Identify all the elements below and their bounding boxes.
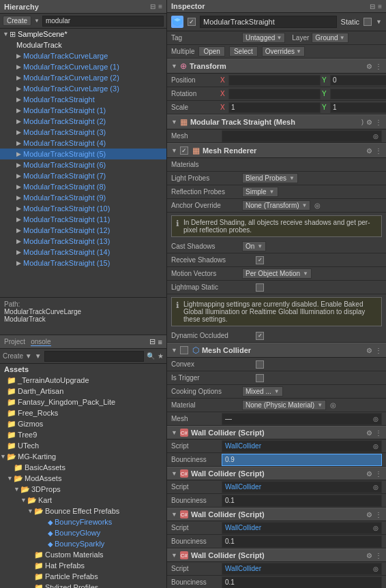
select-button[interactable]: Select xyxy=(229,46,258,57)
collider-mesh-value[interactable]: — ◎ xyxy=(222,413,382,425)
wc4-bounciness-input[interactable] xyxy=(222,576,382,589)
proj-item-mod-assets[interactable]: ▼ 📂 ModAssets xyxy=(0,473,166,484)
cast-shadows-dropdown[interactable]: On ▼ xyxy=(242,241,266,251)
wc2-script-icon[interactable]: ◎ xyxy=(373,484,378,491)
modular-track-section-header[interactable]: ▼ ▦ Modular Track Straight (Mesh ) ⚙ ⋮ xyxy=(167,114,386,129)
create-label[interactable]: Create ▼ xyxy=(3,352,32,360)
wc2-settings-icon[interactable]: ⚙ xyxy=(366,470,372,478)
hierarchy-item-straight-10[interactable]: ▶ ModularTrackStraight (10) xyxy=(0,203,166,214)
convex-checkbox[interactable] xyxy=(256,360,264,369)
wc2-bounciness-input[interactable] xyxy=(222,495,382,507)
proj-item-bouncy-glowy[interactable]: ◆ BouncyGlowy xyxy=(0,527,166,538)
hierarchy-item-curve-large-3[interactable]: ▶ ModularTrackCurveLarge (3) xyxy=(0,83,166,94)
pos-y-input[interactable] xyxy=(330,75,386,86)
anchor-override-dropdown[interactable]: None (Transform) ▼ xyxy=(242,200,310,211)
hierarchy-item-straight-8[interactable]: ▶ ModularTrackStraight (8) xyxy=(0,181,166,192)
mesh-renderer-menu-icon[interactable]: ⋮ xyxy=(375,147,382,155)
layer-dropdown[interactable]: Ground ▼ xyxy=(312,33,348,43)
proj-item-bouncy-sparkly[interactable]: ◆ BouncySparkly xyxy=(0,538,166,549)
hierarchy-item-straight-9[interactable]: ▶ ModularTrackStraight (9) xyxy=(0,192,166,203)
scene-root[interactable]: ▼ ⊞ SampleScene* xyxy=(0,29,166,40)
mesh-collider-settings-icon[interactable]: ⚙ xyxy=(366,347,372,354)
wc2-menu-icon[interactable]: ⋮ xyxy=(375,470,382,478)
collider-mesh-icon[interactable]: ◎ xyxy=(373,416,378,422)
wc1-menu-icon[interactable]: ⋮ xyxy=(375,429,382,437)
proj-item-utech[interactable]: 📁 UTech xyxy=(0,440,166,451)
lock-icon[interactable]: ⊟ xyxy=(150,3,155,10)
rot-y-input[interactable] xyxy=(330,89,386,99)
motion-vectors-dropdown[interactable]: Per Object Motion ▼ xyxy=(242,268,312,279)
wc4-script-value[interactable]: WallCollider ◎ xyxy=(222,563,382,575)
wall-collider-4-header[interactable]: ▼ C# Wall Collider (Script) ⚙ ⋮ xyxy=(167,548,386,562)
hierarchy-item-straight-2[interactable]: ▶ ModularTrackStraight (2) xyxy=(0,116,166,127)
open-button[interactable]: Open xyxy=(198,46,224,57)
wc2-script-value[interactable]: WallCollider ◎ xyxy=(222,481,382,493)
wc3-settings-icon[interactable]: ⚙ xyxy=(366,511,372,519)
project-icon-menu[interactable]: ≡ xyxy=(158,338,162,346)
mesh-renderer-settings-icon[interactable]: ⚙ xyxy=(366,147,372,155)
mesh-renderer-checkbox[interactable]: ✓ xyxy=(180,146,188,155)
proj-item-gizmos[interactable]: 📁 Gizmos xyxy=(0,418,166,429)
tag-dropdown[interactable]: Untagged ▼ xyxy=(242,33,285,43)
create-button[interactable]: Create xyxy=(3,16,31,26)
proj-item-mg-karting[interactable]: ▼ 📂 MG-Karting xyxy=(0,451,166,462)
pos-x-input[interactable] xyxy=(228,75,321,86)
reflection-probes-dropdown[interactable]: Simple ▼ xyxy=(242,187,278,197)
hierarchy-item-straight-6[interactable]: ▶ ModularTrackStraight (6) xyxy=(0,159,166,170)
hierarchy-search-input[interactable] xyxy=(42,16,164,27)
wc3-script-value[interactable]: WallCollider ◎ xyxy=(222,522,382,534)
mesh-select-icon[interactable]: ◎ xyxy=(373,133,378,140)
wc1-bounciness-input[interactable] xyxy=(222,454,382,466)
hierarchy-item-curve-large-1[interactable]: ▶ ModularTrackCurveLarge (1) xyxy=(0,61,166,72)
inspector-menu-icon[interactable]: ≡ xyxy=(378,3,382,10)
hierarchy-item-straight-1[interactable]: ▶ ModularTrackStraight (1) xyxy=(0,105,166,116)
wc4-script-icon[interactable]: ◎ xyxy=(373,566,378,572)
wc3-bounciness-input[interactable] xyxy=(222,536,382,548)
hierarchy-item-straight-15[interactable]: ▶ ModularTrackStraight (15) xyxy=(0,258,166,268)
object-name-input[interactable] xyxy=(200,16,337,28)
static-checkbox[interactable] xyxy=(363,18,372,26)
mesh-collider-section-header[interactable]: ▼ ⬡ Mesh Collider ⚙ ⋮ xyxy=(167,343,386,358)
proj-item-fantasy[interactable]: 📁 Fantasy_Kingdom_Pack_Lite xyxy=(0,397,166,407)
proj-item-tree9[interactable]: 📁 Tree9 xyxy=(0,429,166,440)
hierarchy-item-curve-large[interactable]: ▶ ModularTrackCurveLarge xyxy=(0,50,166,61)
mesh-renderer-section-header[interactable]: ▼ ✓ ▦ Mesh Renderer ⚙ ⋮ xyxy=(167,143,386,158)
overrides-dropdown[interactable]: Overrides ▼ xyxy=(262,46,305,57)
wall-collider-3-header[interactable]: ▼ C# Wall Collider (Script) ⚙ ⋮ xyxy=(167,508,386,521)
hierarchy-item-straight-14[interactable]: ▶ ModularTrackStraight (14) xyxy=(0,247,166,258)
hierarchy-item-straight-11[interactable]: ▶ ModularTrackStraight (11) xyxy=(0,214,166,225)
physic-material-dropdown[interactable]: None (Physic Material) ▼ xyxy=(242,400,326,410)
proj-item-terrain[interactable]: 📁 _TerrainAutoUpgrade xyxy=(0,375,166,386)
hierarchy-item-modular-track[interactable]: ModularTrack xyxy=(0,40,166,50)
proj-item-kart[interactable]: ▼ 📂 Kart xyxy=(0,495,166,506)
hierarchy-item-curve-large-2[interactable]: ▶ ModularTrackCurveLarge (2) xyxy=(0,72,166,83)
mesh-value-mt[interactable]: ◎ xyxy=(222,130,382,142)
proj-item-3dprops[interactable]: ▼ 📂 3DProps xyxy=(0,484,166,495)
scale-x-input[interactable] xyxy=(228,102,321,113)
modular-track-settings-icon[interactable]: ⚙ xyxy=(366,119,372,126)
static-dropdown-arrow[interactable]: ▼ xyxy=(376,18,382,25)
console-tab[interactable]: onsole xyxy=(31,338,50,346)
project-tab[interactable]: Project xyxy=(4,338,25,345)
wc1-script-icon[interactable]: ◎ xyxy=(373,443,378,450)
physic-material-select-icon[interactable]: ◎ xyxy=(330,401,336,409)
mesh-collider-menu-icon[interactable]: ⋮ xyxy=(375,347,382,354)
proj-item-particle-prefabs[interactable]: 📁 Particle Prefabs xyxy=(0,571,166,582)
hierarchy-item-straight-12[interactable]: ▶ ModularTrackStraight (12) xyxy=(0,225,166,236)
proj-item-bouncy-fireworks[interactable]: ◆ BouncyFireworks xyxy=(0,516,166,527)
hierarchy-item-straight-3[interactable]: ▶ ModularTrackStraight (3) xyxy=(0,127,166,138)
transform-section-header[interactable]: ▼ ⊕ Transform ⚙ ⋮ xyxy=(167,59,386,74)
receive-shadows-checkbox[interactable]: ✓ xyxy=(256,256,264,264)
enabled-checkbox[interactable]: ✓ xyxy=(188,18,196,26)
project-search-input[interactable] xyxy=(44,351,144,362)
light-probes-dropdown[interactable]: Blend Probes ▼ xyxy=(242,173,298,183)
wc4-settings-icon[interactable]: ⚙ xyxy=(366,552,372,559)
wc1-settings-icon[interactable]: ⚙ xyxy=(366,429,372,437)
modular-track-menu-icon[interactable]: ⋮ xyxy=(375,119,382,126)
transform-menu-icon[interactable]: ⋮ xyxy=(375,63,382,70)
hierarchy-item-straight-5[interactable]: ▶ ModularTrackStraight (5) xyxy=(0,149,166,159)
proj-item-custom-materials[interactable]: 📁 Custom Materials xyxy=(0,549,166,560)
proj-item-free-rocks[interactable]: 📁 Free_Rocks xyxy=(0,407,166,418)
proj-item-hat-prefabs[interactable]: 📁 Hat Prefabs xyxy=(0,560,166,571)
is-trigger-checkbox[interactable] xyxy=(256,374,264,382)
